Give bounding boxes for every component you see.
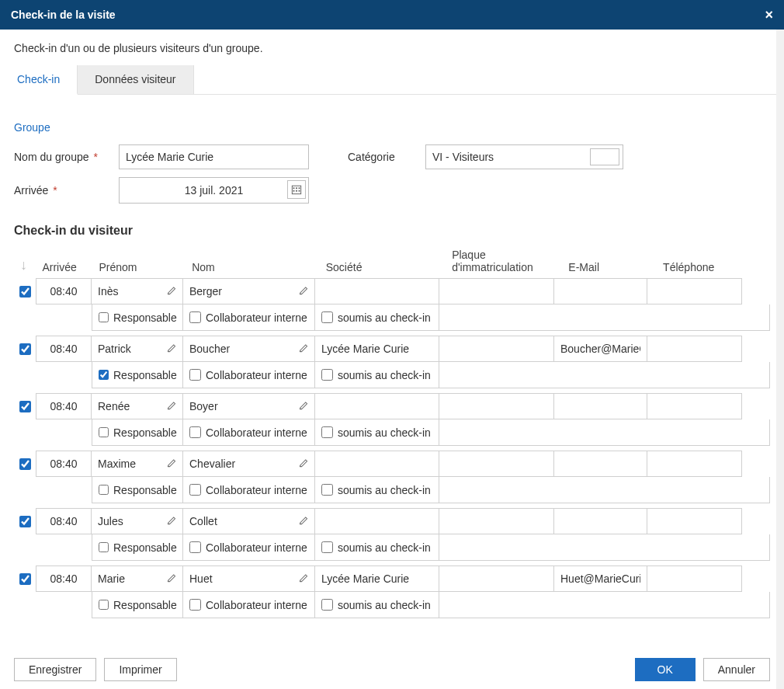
responsible-checkbox-cell[interactable]: Responsable bbox=[92, 419, 183, 446]
subject-checkbox[interactable] bbox=[321, 541, 333, 553]
cell-plate[interactable] bbox=[439, 393, 554, 419]
col-firstname[interactable]: Prénom bbox=[92, 244, 186, 278]
internal-checkbox-cell[interactable]: Collaborateur interne bbox=[183, 592, 315, 618]
subject-checkbox[interactable] bbox=[321, 369, 333, 381]
cell-lastname[interactable]: Huet bbox=[183, 565, 315, 592]
cell-phone[interactable] bbox=[647, 393, 742, 419]
cell-firstname[interactable]: Maxime bbox=[92, 451, 183, 477]
responsible-checkbox-cell[interactable]: Responsable bbox=[92, 592, 183, 618]
subject-checkbox[interactable] bbox=[321, 599, 333, 611]
internal-checkbox[interactable] bbox=[189, 311, 201, 323]
cancel-button[interactable]: Annuler bbox=[703, 658, 770, 681]
subject-checkbox[interactable] bbox=[321, 484, 333, 496]
cell-firstname[interactable]: Inès bbox=[92, 278, 183, 304]
cell-phone[interactable] bbox=[647, 278, 742, 304]
col-lastname[interactable]: Nom bbox=[186, 244, 320, 278]
internal-checkbox-cell[interactable]: Collaborateur interne bbox=[183, 477, 315, 503]
cell-firstname[interactable]: Marie bbox=[92, 565, 183, 592]
cell-arrival[interactable]: 08:40 bbox=[36, 451, 92, 477]
edit-icon[interactable] bbox=[167, 572, 178, 586]
cell-firstname[interactable]: Jules bbox=[92, 508, 183, 534]
responsible-checkbox-cell[interactable]: Responsable bbox=[92, 477, 183, 503]
row-checkbox[interactable] bbox=[19, 458, 31, 470]
save-button[interactable]: Enregistrer bbox=[14, 658, 96, 681]
internal-checkbox-cell[interactable]: Collaborateur interne bbox=[183, 362, 315, 388]
calendar-icon[interactable] bbox=[287, 180, 306, 199]
cell-company[interactable] bbox=[315, 278, 439, 304]
cell-phone[interactable] bbox=[647, 336, 742, 362]
tab-visitor-data[interactable]: Données visiteur bbox=[78, 65, 193, 94]
subject-checkbox-cell[interactable]: soumis au check-in bbox=[315, 419, 439, 446]
tab-checkin[interactable]: Check-in bbox=[0, 65, 78, 95]
group-name-input[interactable]: Lycée Marie Curie bbox=[119, 144, 309, 169]
subject-checkbox-cell[interactable]: soumis au check-in bbox=[315, 477, 439, 503]
cell-plate[interactable] bbox=[439, 278, 554, 304]
cell-plate[interactable] bbox=[439, 565, 554, 592]
cell-email[interactable]: Huet@MarieCuri bbox=[554, 565, 647, 592]
edit-icon[interactable] bbox=[167, 458, 178, 471]
edit-icon[interactable] bbox=[167, 515, 178, 528]
category-select[interactable]: VI - Visiteurs bbox=[425, 144, 623, 169]
cell-firstname[interactable]: Patrick bbox=[92, 336, 183, 362]
cell-email[interactable] bbox=[554, 278, 647, 304]
cell-email[interactable] bbox=[554, 451, 647, 477]
cell-email[interactable]: Boucher@MarieC bbox=[554, 336, 647, 362]
scrollbar[interactable] bbox=[776, 30, 784, 689]
edit-icon[interactable] bbox=[299, 458, 310, 471]
internal-checkbox[interactable] bbox=[189, 369, 201, 381]
subject-checkbox[interactable] bbox=[321, 311, 333, 323]
cell-firstname[interactable]: Renée bbox=[92, 393, 183, 419]
responsible-checkbox-cell[interactable]: Responsable bbox=[92, 534, 183, 561]
internal-checkbox-cell[interactable]: Collaborateur interne bbox=[183, 419, 315, 446]
internal-checkbox-cell[interactable]: Collaborateur interne bbox=[183, 304, 315, 331]
cell-company[interactable] bbox=[315, 393, 439, 419]
internal-checkbox[interactable] bbox=[189, 484, 201, 496]
edit-icon[interactable] bbox=[299, 343, 310, 356]
subject-checkbox[interactable] bbox=[321, 426, 333, 438]
row-checkbox[interactable] bbox=[19, 573, 31, 585]
cell-company[interactable] bbox=[315, 508, 439, 534]
cell-company[interactable] bbox=[315, 451, 439, 477]
responsible-checkbox-cell[interactable]: Responsable bbox=[92, 362, 183, 388]
responsible-checkbox[interactable] bbox=[99, 484, 109, 496]
row-checkbox[interactable] bbox=[19, 516, 31, 527]
cell-lastname[interactable]: Boucher bbox=[183, 336, 315, 362]
col-company[interactable]: Société bbox=[320, 244, 446, 278]
col-email[interactable]: E-Mail bbox=[562, 244, 657, 278]
edit-icon[interactable] bbox=[299, 515, 310, 528]
cell-phone[interactable] bbox=[647, 565, 742, 592]
internal-checkbox[interactable] bbox=[189, 541, 201, 553]
edit-icon[interactable] bbox=[299, 572, 310, 586]
cell-phone[interactable] bbox=[647, 451, 742, 477]
cell-lastname[interactable]: Chevalier bbox=[183, 451, 315, 477]
internal-checkbox-cell[interactable]: Collaborateur interne bbox=[183, 534, 315, 561]
cell-arrival[interactable]: 08:40 bbox=[36, 336, 92, 362]
cell-lastname[interactable]: Berger bbox=[183, 278, 315, 304]
cell-email[interactable] bbox=[554, 393, 647, 419]
responsible-checkbox[interactable] bbox=[99, 311, 109, 323]
responsible-checkbox[interactable] bbox=[99, 599, 109, 611]
cell-plate[interactable] bbox=[439, 451, 554, 477]
subject-checkbox-cell[interactable]: soumis au check-in bbox=[315, 592, 439, 618]
subject-checkbox-cell[interactable]: soumis au check-in bbox=[315, 304, 439, 331]
print-button[interactable]: Imprimer bbox=[104, 658, 176, 681]
col-arrival[interactable]: Arrivée bbox=[36, 244, 92, 278]
cell-arrival[interactable]: 08:40 bbox=[36, 278, 92, 304]
cell-arrival[interactable]: 08:40 bbox=[36, 565, 92, 592]
responsible-checkbox[interactable] bbox=[99, 369, 109, 381]
cell-phone[interactable] bbox=[647, 508, 742, 534]
sort-arrow-icon[interactable]: ↓ bbox=[20, 257, 27, 273]
subject-checkbox-cell[interactable]: soumis au check-in bbox=[315, 534, 439, 561]
edit-icon[interactable] bbox=[167, 343, 178, 356]
cell-email[interactable] bbox=[554, 508, 647, 534]
responsible-checkbox[interactable] bbox=[99, 426, 109, 438]
close-icon[interactable]: × bbox=[765, 8, 773, 22]
responsible-checkbox[interactable] bbox=[99, 541, 109, 553]
subject-checkbox-cell[interactable]: soumis au check-in bbox=[315, 362, 439, 388]
edit-icon[interactable] bbox=[299, 400, 310, 413]
col-plate[interactable]: Plaque d'immatriculation bbox=[446, 244, 562, 278]
edit-icon[interactable] bbox=[299, 285, 310, 298]
cell-plate[interactable] bbox=[439, 336, 554, 362]
cell-company[interactable]: Lycée Marie Curie bbox=[315, 336, 439, 362]
row-checkbox[interactable] bbox=[19, 401, 31, 412]
